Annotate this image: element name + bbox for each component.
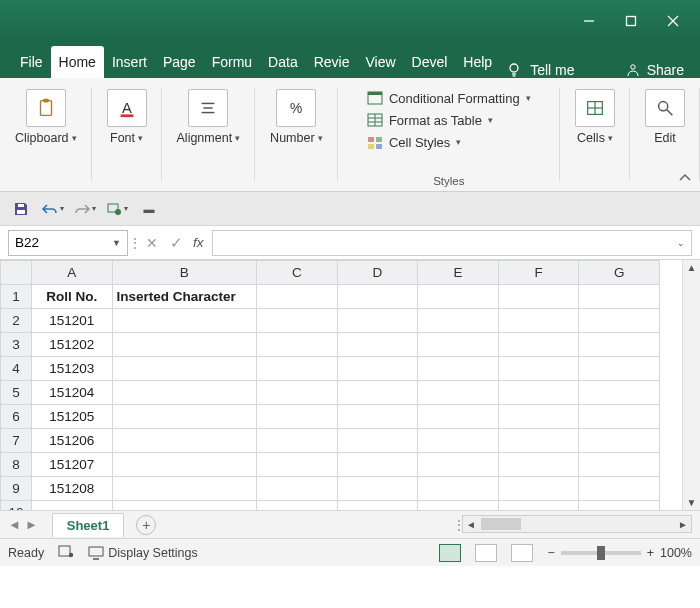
cell[interactable]: 151202: [31, 333, 112, 357]
cell[interactable]: [257, 453, 338, 477]
share-button[interactable]: Share: [617, 62, 692, 78]
cell[interactable]: [337, 309, 418, 333]
cell[interactable]: [337, 357, 418, 381]
cell[interactable]: [337, 381, 418, 405]
zoom-out-button[interactable]: −: [547, 546, 554, 560]
name-box[interactable]: B22 ▼: [8, 230, 128, 256]
cell[interactable]: [257, 405, 338, 429]
zoom-control[interactable]: − + 100%: [547, 546, 692, 560]
zoom-in-button[interactable]: +: [647, 546, 654, 560]
fx-label[interactable]: fx: [193, 235, 204, 250]
tab-split-handle[interactable]: ⋮: [452, 517, 460, 533]
cell[interactable]: [418, 285, 499, 309]
select-all-corner[interactable]: [1, 261, 32, 285]
cell[interactable]: [112, 357, 257, 381]
cell[interactable]: [337, 333, 418, 357]
macro-record-button[interactable]: [58, 544, 74, 561]
cell[interactable]: [418, 357, 499, 381]
cell[interactable]: [579, 381, 660, 405]
cell[interactable]: [579, 453, 660, 477]
cell[interactable]: [112, 405, 257, 429]
col-header-d[interactable]: D: [337, 261, 418, 285]
cell[interactable]: [418, 333, 499, 357]
cell[interactable]: [579, 333, 660, 357]
font-button[interactable]: A Font▾: [98, 84, 156, 150]
cell[interactable]: [418, 405, 499, 429]
sheet-nav-next[interactable]: ►: [25, 517, 38, 532]
row-header[interactable]: 3: [1, 333, 32, 357]
col-header-g[interactable]: G: [579, 261, 660, 285]
undo-button[interactable]: ▾: [40, 196, 66, 222]
cell[interactable]: [337, 477, 418, 501]
row-header[interactable]: 8: [1, 453, 32, 477]
window-close-button[interactable]: [652, 6, 694, 36]
customize-qat-button[interactable]: ▬: [136, 196, 162, 222]
scroll-thumb[interactable]: [481, 518, 521, 530]
tell-me-button[interactable]: Tell me: [506, 62, 574, 78]
cells-button[interactable]: Cells▾: [566, 84, 624, 150]
cell[interactable]: [112, 333, 257, 357]
touch-mode-button[interactable]: ▾: [104, 196, 130, 222]
cell[interactable]: [498, 333, 579, 357]
number-button[interactable]: % Number▾: [261, 84, 331, 150]
view-page-break-button[interactable]: [511, 544, 533, 562]
cell[interactable]: [579, 285, 660, 309]
cell[interactable]: [112, 429, 257, 453]
cell[interactable]: [498, 381, 579, 405]
cell[interactable]: 151207: [31, 453, 112, 477]
cell-styles-button[interactable]: Cell Styles▾: [367, 134, 531, 150]
col-header-c[interactable]: C: [257, 261, 338, 285]
editing-button[interactable]: Edit: [636, 84, 694, 150]
cell[interactable]: [257, 477, 338, 501]
row-header[interactable]: 6: [1, 405, 32, 429]
tab-file[interactable]: File: [12, 46, 51, 78]
window-minimize-button[interactable]: [568, 6, 610, 36]
format-as-table-button[interactable]: Format as Table▾: [367, 112, 531, 128]
name-box-handle[interactable]: ⋮: [128, 235, 136, 251]
cell[interactable]: 151206: [31, 429, 112, 453]
cell[interactable]: 151203: [31, 357, 112, 381]
col-header-f[interactable]: F: [498, 261, 579, 285]
zoom-thumb[interactable]: [597, 546, 605, 560]
cell[interactable]: Roll No.: [31, 285, 112, 309]
tab-home[interactable]: Home: [51, 46, 104, 78]
cell[interactable]: [579, 477, 660, 501]
scroll-right-icon[interactable]: ►: [675, 519, 691, 530]
collapse-ribbon-button[interactable]: [676, 169, 694, 187]
cell[interactable]: [112, 477, 257, 501]
tab-page-layout[interactable]: Page: [155, 46, 204, 78]
cell[interactable]: [337, 429, 418, 453]
cell[interactable]: [418, 429, 499, 453]
horizontal-scrollbar[interactable]: ◄ ►: [462, 515, 692, 533]
scroll-down-icon[interactable]: ▼: [687, 497, 697, 508]
col-header-b[interactable]: B: [112, 261, 257, 285]
tab-review[interactable]: Revie: [306, 46, 358, 78]
cell[interactable]: [337, 285, 418, 309]
view-normal-button[interactable]: [439, 544, 461, 562]
cell[interactable]: [257, 285, 338, 309]
col-header-a[interactable]: A: [31, 261, 112, 285]
cell[interactable]: [498, 477, 579, 501]
row-header[interactable]: 4: [1, 357, 32, 381]
tab-formulas[interactable]: Formu: [204, 46, 260, 78]
cell[interactable]: [257, 333, 338, 357]
zoom-slider[interactable]: [561, 551, 641, 555]
cell[interactable]: [337, 453, 418, 477]
cell[interactable]: [579, 357, 660, 381]
vertical-scrollbar[interactable]: ▲ ▼: [682, 260, 700, 510]
sheet-nav-prev[interactable]: ◄: [8, 517, 21, 532]
zoom-level[interactable]: 100%: [660, 546, 692, 560]
cell[interactable]: [498, 453, 579, 477]
chevron-down-icon[interactable]: ⌄: [677, 238, 685, 248]
cell[interactable]: [337, 405, 418, 429]
conditional-formatting-button[interactable]: Conditional Formatting▾: [367, 90, 531, 106]
cell[interactable]: [257, 381, 338, 405]
tab-insert[interactable]: Insert: [104, 46, 155, 78]
cell[interactable]: 151201: [31, 309, 112, 333]
cell[interactable]: [418, 453, 499, 477]
cell[interactable]: [579, 429, 660, 453]
tab-view[interactable]: View: [357, 46, 403, 78]
cell[interactable]: [579, 405, 660, 429]
redo-button[interactable]: ▾: [72, 196, 98, 222]
spreadsheet-grid[interactable]: A B C D E F G 1Roll No.Inserted Characte…: [0, 260, 700, 510]
